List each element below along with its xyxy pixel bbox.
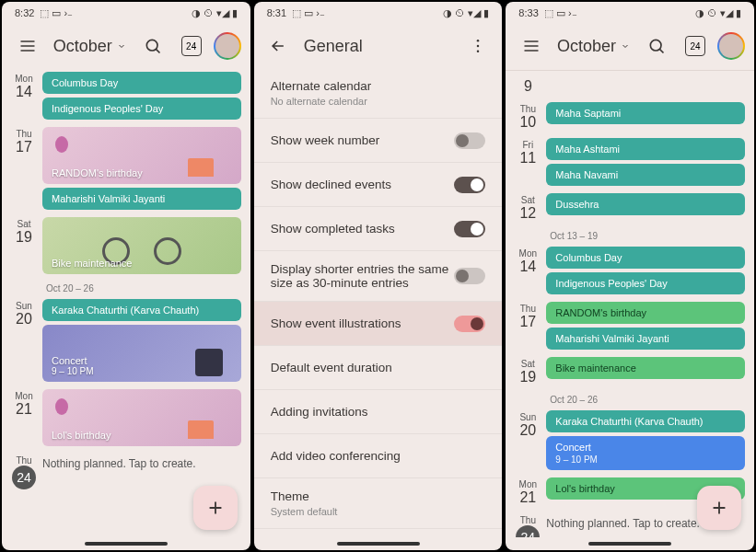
date-column: Sun20 [509, 410, 546, 470]
event-chip[interactable]: Bike maintenance [546, 357, 745, 379]
day-row[interactable]: Mon14Columbus DayIndigenous Peoples' Day [509, 243, 750, 298]
event-chip[interactable]: Columbus Day [546, 247, 745, 269]
svg-point-3 [477, 51, 480, 53]
settings-row[interactable]: ThemeSystem default [254, 478, 503, 529]
date-number: 17 [16, 139, 32, 155]
today-button[interactable]: 24 [679, 29, 712, 63]
settings-row[interactable]: Alternate calendarNo alternate calendar [254, 68, 503, 119]
settings-row[interactable]: Show declined events [254, 163, 503, 207]
date-column: Mon21 [6, 389, 42, 446]
nav-bar[interactable] [2, 537, 250, 550]
settings-label: Show declined events [271, 178, 455, 191]
day-row[interactable]: Sun20Karaka Chaturthi (Karva Chauth)Conc… [6, 295, 247, 385]
event-subtext: 9 – 10 PM [555, 454, 736, 465]
plus-icon [709, 498, 729, 518]
settings-label: Adding invitations [271, 405, 486, 419]
status-app-icon: ⬚ ▭ ›₋ [544, 7, 577, 19]
event-title: Bike maintenance [52, 258, 132, 269]
settings-row[interactable]: Show week number [254, 119, 503, 163]
menu-icon[interactable] [11, 29, 44, 63]
event-chip[interactable]: Maha Ashtami [546, 138, 745, 160]
event-chip[interactable]: Maha Navami [546, 164, 745, 186]
events-column: RANDOM's birthdayMaharishi Valmiki Jayan… [546, 302, 745, 350]
weekday-label: Fri [523, 140, 534, 150]
back-button[interactable] [262, 29, 295, 63]
menu-icon[interactable] [515, 29, 548, 63]
settings-row[interactable]: Default event duration [254, 346, 503, 390]
date-column: Thu17 [6, 127, 42, 210]
overflow-menu[interactable] [461, 29, 494, 63]
settings-row[interactable]: Display shorter entries the same size as… [254, 251, 503, 302]
event-subtext: 9 – 10 PM [52, 366, 94, 376]
create-fab[interactable] [697, 486, 741, 530]
search-icon[interactable] [136, 29, 169, 63]
event-illustration[interactable]: RANDOM's birthday [42, 127, 241, 184]
today-button[interactable]: 24 [175, 29, 208, 63]
nav-bar[interactable] [254, 537, 503, 550]
events-column: Columbus DayIndigenous Peoples' Day [42, 72, 241, 120]
svg-point-0 [146, 40, 157, 51]
schedule-list-left[interactable]: Mon14Columbus DayIndigenous Peoples' Day… [2, 68, 250, 537]
day-row[interactable]: Sat12Dussehra [509, 190, 750, 225]
settings-row[interactable]: Show completed tasks [254, 207, 503, 251]
event-chip[interactable]: Dussehra [546, 193, 745, 215]
day-row[interactable]: Mon14Columbus DayIndigenous Peoples' Day [6, 68, 247, 123]
settings-label: Add video conferencing [271, 449, 486, 463]
account-avatar[interactable] [717, 32, 745, 60]
event-chip[interactable]: Concert9 – 10 PM [546, 436, 745, 470]
event-chip[interactable]: Columbus Day [42, 72, 241, 94]
chevron-down-icon [116, 40, 127, 52]
settings-label: Default event duration [271, 361, 486, 374]
event-chip[interactable]: Maha Saptami [546, 102, 745, 124]
nav-bar[interactable] [506, 537, 754, 550]
event-chip[interactable]: RANDOM's birthday [546, 302, 745, 324]
settings-label: Display shorter entries the same size as… [271, 262, 455, 290]
event-chip[interactable]: Karaka Chaturthi (Karva Chauth) [42, 299, 241, 321]
toggle-switch[interactable] [454, 268, 485, 284]
day-row[interactable]: Mon21Lol's birthday [6, 385, 247, 450]
toggle-switch[interactable] [454, 316, 485, 332]
weekday-label: Sat [521, 359, 535, 369]
status-icons: ◑ ⏲ ▾◢ ▮ [695, 7, 741, 19]
event-illustration[interactable]: Lol's birthday [42, 389, 241, 446]
account-avatar[interactable] [214, 32, 241, 60]
day-row[interactable]: Thu17RANDOM's birthdayMaharishi Valmiki … [509, 298, 750, 353]
day-row[interactable]: Sun20Karaka Chaturthi (Karva Chauth)Conc… [509, 407, 750, 474]
calendar-header: October 24 [506, 24, 754, 68]
day-row[interactable]: 9 [509, 73, 750, 98]
search-icon[interactable] [640, 29, 673, 63]
day-row[interactable]: Thu10Maha Saptami [509, 98, 750, 134]
event-chip[interactable]: Indigenous Peoples' Day [546, 272, 745, 294]
toggle-switch[interactable] [454, 221, 485, 237]
create-fab[interactable] [193, 486, 238, 530]
settings-row[interactable]: Adding invitations [254, 390, 503, 434]
day-row[interactable]: Sat19Bike maintenance [6, 213, 247, 278]
toggle-switch[interactable] [454, 132, 485, 149]
events-column: Columbus DayIndigenous Peoples' Day [546, 247, 745, 294]
month-picker[interactable]: October [53, 37, 127, 56]
date-number: 21 [519, 489, 536, 506]
phone-right: 8:33 ⬚ ▭ ›₋ ◑ ⏲ ▾◢ ▮ October 24 9Thu10Ma… [506, 2, 754, 550]
event-chip[interactable]: Maharishi Valmiki Jayanti [42, 188, 241, 210]
settings-list[interactable]: Alternate calendarNo alternate calendarS… [254, 68, 503, 537]
month-picker[interactable]: October [557, 37, 631, 56]
event-chip[interactable]: Indigenous Peoples' Day [42, 98, 241, 120]
events-column [546, 76, 745, 95]
weekday-label: Thu [520, 515, 536, 525]
settings-row[interactable]: Show event illustrations [254, 302, 503, 346]
events-column: Lol's birthday [42, 389, 241, 446]
empty-day-text[interactable]: Nothing planned. Tap to create. [42, 454, 241, 470]
date-number: 24 [516, 525, 540, 537]
event-chip[interactable]: Karaka Chaturthi (Karva Chauth) [546, 410, 745, 432]
settings-row[interactable]: Add video conferencing [254, 434, 503, 478]
event-illustration[interactable]: Concert9 – 10 PM [42, 325, 241, 382]
weekday-label: Mon [15, 391, 32, 401]
schedule-list-right[interactable]: 9Thu10Maha SaptamiFri11Maha AshtamiMaha … [506, 70, 754, 537]
day-row[interactable]: Sat19Bike maintenance [509, 353, 750, 389]
toggle-switch[interactable] [454, 177, 485, 193]
day-row[interactable]: Thu17RANDOM's birthdayMaharishi Valmiki … [6, 123, 247, 213]
day-row[interactable]: Fri11Maha AshtamiMaha Navami [509, 134, 750, 190]
event-chip[interactable]: Maharishi Valmiki Jayanti [546, 328, 745, 350]
date-column: Thu24 [509, 513, 546, 537]
event-illustration[interactable]: Bike maintenance [42, 217, 241, 274]
